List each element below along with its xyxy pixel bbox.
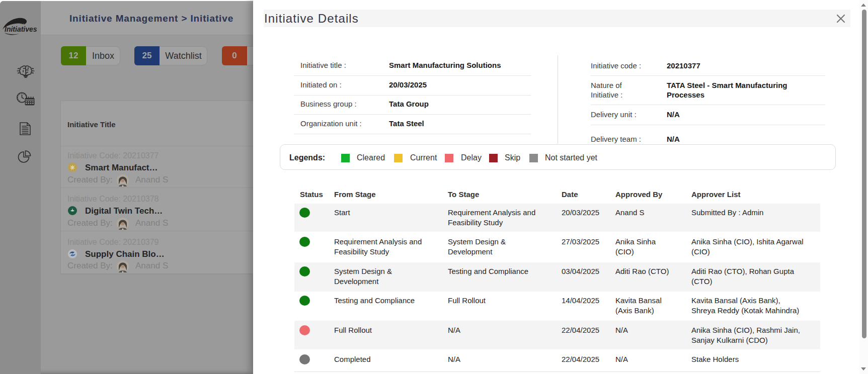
svg-text:Initiatives: Initiatives	[5, 25, 37, 33]
